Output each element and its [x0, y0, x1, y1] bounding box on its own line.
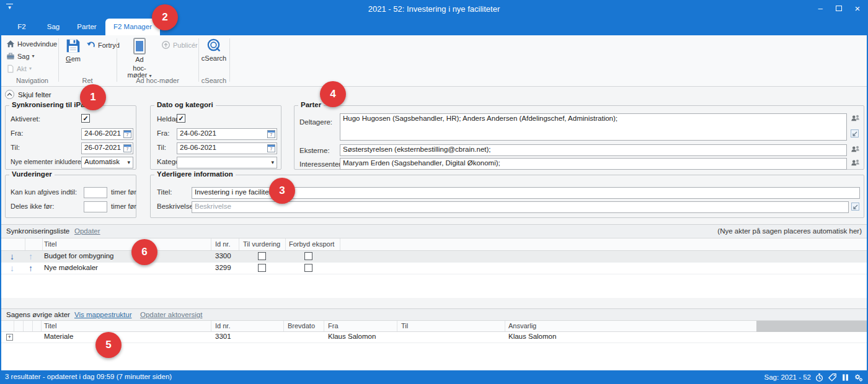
move-down-icon[interactable]: ↓ — [10, 251, 14, 262]
tablet-icon — [133, 38, 146, 55]
synclist-title: Synkroniseringsliste — [6, 227, 69, 235]
check-icon: ✓ — [82, 115, 88, 123]
akt-button[interactable]: Akt ▾ — [6, 63, 32, 74]
callout-2: 2 — [152, 4, 178, 30]
quick-access-icon[interactable]: ▾ — [6, 4, 13, 11]
fortryd-button[interactable]: Fortryd — [86, 40, 120, 50]
section-synkronisering: Synkronisering til iPad Aktiveret: ✓ Fra… — [5, 105, 136, 170]
group-separator — [229, 38, 230, 82]
caret-down-icon: ▾ — [32, 53, 35, 59]
calendar-icon[interactable]: 7 — [267, 130, 275, 138]
section-legend: Yderligere information — [154, 170, 236, 178]
tab-parter[interactable]: Parter — [69, 19, 104, 35]
afgives-input[interactable] — [84, 187, 107, 198]
sync-fra-date-input[interactable]: 24-06-2021 7 — [81, 128, 133, 140]
gears-icon[interactable] — [854, 373, 863, 382]
tag-icon[interactable] — [828, 373, 837, 382]
add-external-icon[interactable] — [851, 145, 861, 154]
vis-mappestruktur-link[interactable]: Vis mappestruktur — [74, 311, 131, 318]
forbyd-eksport-checkbox[interactable] — [304, 264, 312, 272]
callout-5: 5 — [95, 332, 122, 358]
dato-fra-date-input[interactable]: 24-06-2021 7 — [177, 128, 277, 140]
section-legend: Synkronisering til iPad — [9, 101, 92, 108]
check-icon: ✓ — [178, 115, 184, 123]
calendar-icon[interactable]: 7 — [123, 144, 131, 152]
nye-elementer-select[interactable]: Automatisk ▾ — [81, 157, 133, 168]
til-vurdering-checkbox[interactable] — [258, 252, 266, 260]
forbyd-eksport-checkbox[interactable] — [304, 252, 312, 260]
skjul-felter-toggle[interactable]: Skjul felter — [5, 90, 51, 99]
tab-sag[interactable]: Sag — [37, 19, 69, 35]
tab-f2[interactable]: F2 — [6, 19, 37, 35]
group-separator — [117, 38, 117, 82]
beskrivelse-expand-icon[interactable] — [851, 203, 859, 211]
callout-1: 1 — [80, 84, 106, 110]
til-vurdering-checkbox[interactable] — [258, 264, 266, 272]
heldags-checkbox[interactable]: ✓ — [177, 114, 185, 123]
move-up-icon[interactable]: ↑ — [29, 263, 33, 274]
chevron-up-circle-icon — [5, 90, 14, 99]
window-border-left — [0, 35, 1, 370]
calendar-icon[interactable]: 7 — [123, 130, 131, 138]
gem-button[interactable]: Gem — [63, 38, 84, 63]
caret-down-icon: ▾ — [8, 4, 11, 11]
col-til[interactable]: Til — [401, 322, 408, 329]
col-titel[interactable]: Titel — [44, 322, 56, 329]
undo-arrow-icon — [86, 41, 95, 49]
csearch-button[interactable]: cSearch — [201, 38, 227, 62]
interessenter-input[interactable]: Maryam Erden (Sagsbehandler, Digital Øko… — [340, 158, 847, 170]
dato-til-date-input[interactable]: 26-06-2021 7 — [177, 142, 277, 154]
sync-til-date-input[interactable]: 26-07-2021 7 — [81, 142, 133, 154]
caseacts-row-materiale[interactable]: + Materiale 3301 Klaus Salomon Klaus Sal… — [1, 332, 867, 343]
ad-hoc-moder-button[interactable]: Ad hoc-møder ▾ — [125, 38, 154, 79]
csearch-icon — [206, 38, 222, 53]
callout-3: 3 — [269, 178, 295, 204]
add-stakeholder-icon[interactable] — [851, 159, 861, 168]
publicer-button[interactable]: Publicér — [161, 40, 198, 50]
deltagere-input[interactable]: Hugo Hugosen (Sagsbehandler, HR); Anders… — [340, 113, 847, 141]
tab-f2-manager[interactable]: F2 Manager — [105, 19, 160, 35]
expand-row-icon[interactable]: + — [6, 334, 13, 341]
titlebar: ▾ 2021 - 52: Investering i nye facilitet… — [0, 0, 868, 19]
pause-icon[interactable] — [841, 373, 850, 382]
close-button[interactable]: × — [848, 0, 867, 16]
col-ansvarlig[interactable]: Ansvarlig — [508, 322, 536, 329]
caret-down-icon: ▾ — [29, 66, 32, 71]
sag-button[interactable]: Sag ▾ — [6, 51, 35, 61]
deltagere-expand-icon[interactable] — [851, 129, 859, 137]
col-til-vurdering[interactable]: Til vurdering — [243, 240, 280, 248]
synclist-row-moedelokaler[interactable]: ↓ ↑ Nye mødelokaler 3299 — [1, 263, 867, 274]
move-up-icon[interactable]: ↑ — [29, 251, 33, 262]
col-fra[interactable]: Fra — [328, 322, 339, 329]
move-down-icon[interactable]: ↓ — [10, 263, 14, 274]
hovedvindue-button[interactable]: Hovedvindue — [6, 38, 57, 49]
eksterne-input[interactable]: Søsterstyrelsen (eksternbestilling@cbrai… — [340, 144, 847, 156]
aktiveret-checkbox[interactable]: ✓ — [81, 114, 90, 123]
house-icon — [6, 40, 15, 48]
section-dato-kategori: Dato og kategori Heldags: ✓ Fra: 24-06-2… — [150, 105, 281, 170]
opdater-aktoversigt-link[interactable]: Opdater aktoversigt — [140, 311, 202, 318]
col-id-nr[interactable]: Id nr. — [215, 240, 230, 248]
minimize-button[interactable]: – — [811, 0, 830, 16]
publish-upload-icon — [161, 40, 170, 50]
window-title: 2021 - 52: Investering i nye faciliteter — [368, 4, 500, 14]
maximize-icon — [836, 6, 842, 11]
caseacts-title: Sagens øvrige akter — [6, 311, 70, 318]
section-legend: Parter — [298, 101, 324, 108]
col-id-nr[interactable]: Id nr. — [215, 322, 230, 329]
col-titel[interactable]: Titel — [44, 240, 56, 248]
deles-input[interactable] — [84, 201, 107, 212]
add-participant-icon[interactable] — [851, 114, 861, 123]
col-forbyd-eksport[interactable]: Forbyd eksport — [289, 240, 334, 248]
col-brevdato[interactable]: Brevdato — [288, 322, 315, 329]
section-parter: Parter Deltagere: Hugo Hugosen (Sagsbeha… — [294, 105, 864, 170]
maximize-button[interactable] — [830, 0, 848, 16]
group-label-adhoc: Ad hoc-møder — [117, 77, 198, 84]
beskrivelse-input[interactable]: Beskrivelse — [192, 201, 849, 213]
stopwatch-icon[interactable] — [815, 373, 824, 382]
content-pane: Skjul felter Synkronisering til iPad Akt… — [1, 87, 867, 370]
kategori-select[interactable]: ▾ — [177, 157, 277, 168]
calendar-icon[interactable]: 7 — [267, 144, 275, 152]
header-scroll-filler — [756, 321, 867, 332]
opdater-link[interactable]: Opdater — [74, 227, 100, 235]
